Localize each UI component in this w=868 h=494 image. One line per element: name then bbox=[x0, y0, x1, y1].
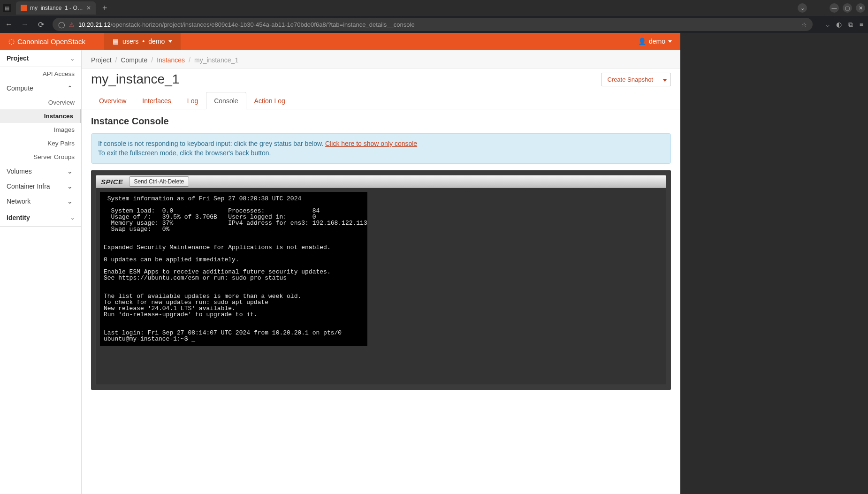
maximize-icon[interactable]: ▢ bbox=[843, 3, 852, 13]
url-path: /openstack-horizon/project/instances/e80… bbox=[111, 21, 415, 28]
brand[interactable]: ◌ Canonical OpenStack bbox=[8, 37, 85, 46]
sidebar-header-identity[interactable]: Identity⌄ bbox=[0, 209, 81, 227]
console-info-alert: If console is not responding to keyboard… bbox=[91, 133, 671, 164]
tab-overview[interactable]: Overview bbox=[91, 92, 134, 109]
sidebar-item-key-pairs[interactable]: Key Pairs bbox=[0, 137, 81, 150]
show-only-console-link[interactable]: Click here to show only console bbox=[325, 140, 417, 147]
os-titlebar: ▦ my_instance_1 - OpenSt… ✕ + ⌄ — ▢ ✕ bbox=[0, 0, 868, 16]
domain-icon: ▤ bbox=[113, 38, 119, 45]
page-title: my_instance_1 bbox=[91, 72, 179, 87]
create-snapshot-button[interactable]: Create Snapshot bbox=[601, 73, 659, 86]
caret-down-icon bbox=[668, 40, 672, 43]
chevron-down-icon: ⌄ bbox=[67, 198, 73, 205]
back-button[interactable]: ← bbox=[5, 20, 13, 29]
sidebar-group-network[interactable]: Network⌄ bbox=[0, 194, 81, 209]
browser-tab[interactable]: my_instance_1 - OpenSt… ✕ bbox=[16, 1, 96, 15]
spice-label: SPICE bbox=[101, 178, 123, 186]
chevron-down-icon: ⌄ bbox=[70, 215, 75, 221]
window-controls: ⌄ — ▢ ✕ bbox=[798, 3, 865, 13]
sidebar-item-api-access[interactable]: API Access bbox=[0, 67, 81, 81]
tab-favicon bbox=[21, 5, 27, 11]
breadcrumb: Project / Compute / Instances / my_insta… bbox=[82, 50, 680, 69]
sidebar-group-compute[interactable]: Compute⌃ bbox=[0, 81, 81, 96]
domain-label: users bbox=[122, 38, 138, 45]
chevron-up-icon: ⌃ bbox=[67, 84, 73, 92]
menu-icon[interactable]: ≡ bbox=[860, 21, 863, 29]
sidebar-item-images[interactable]: Images bbox=[0, 123, 81, 137]
close-window-icon[interactable]: ✕ bbox=[856, 3, 865, 13]
user-label: demo bbox=[649, 38, 665, 45]
content: Project / Compute / Instances / my_insta… bbox=[82, 50, 680, 494]
tab-interfaces[interactable]: Interfaces bbox=[134, 92, 179, 109]
project-label: demo bbox=[148, 38, 165, 45]
chevron-down-icon: ⌄ bbox=[67, 182, 73, 190]
chevron-up-icon: ⌃ bbox=[70, 55, 75, 61]
tab-title: my_instance_1 - OpenSt… bbox=[30, 5, 84, 11]
brand-text: Canonical OpenStack bbox=[17, 38, 85, 46]
tab-console[interactable]: Console bbox=[206, 92, 246, 109]
section-title: Instance Console bbox=[82, 109, 680, 130]
sidebar-item-overview[interactable]: Overview bbox=[0, 96, 81, 109]
new-tab-button[interactable]: + bbox=[102, 3, 107, 13]
tab-overview-icon[interactable]: ⌄ bbox=[798, 3, 807, 13]
spice-status-bar[interactable]: SPICE Send Ctrl-Alt-Delete bbox=[96, 175, 666, 188]
breadcrumb-instances-link[interactable]: Instances bbox=[157, 56, 185, 64]
sidebar-item-instances[interactable]: Instances bbox=[0, 109, 81, 123]
shield-icon[interactable]: ◯ bbox=[58, 21, 65, 28]
sidebar-item-server-groups[interactable]: Server Groups bbox=[0, 150, 81, 164]
bookmark-icon[interactable]: ☆ bbox=[801, 21, 807, 28]
url-bar[interactable]: ◯ ⚠ 10.20.21.12/openstack-horizon/projec… bbox=[53, 18, 813, 31]
app-icon: ▦ bbox=[3, 4, 11, 12]
send-ctrl-alt-delete-button[interactable]: Send Ctrl-Alt-Delete bbox=[129, 176, 190, 187]
account-icon[interactable]: ◐ bbox=[836, 21, 842, 29]
info-line1-prefix: If console is not responding to keyboard… bbox=[98, 140, 325, 147]
user-icon: 👤 bbox=[638, 38, 646, 45]
breadcrumb-current: my_instance_1 bbox=[194, 56, 238, 64]
pocket-icon[interactable]: ⌵ bbox=[826, 21, 830, 29]
console-frame[interactable]: System information as of Fri Sep 27 08:2… bbox=[96, 188, 666, 385]
breadcrumb-project: Project bbox=[91, 56, 112, 64]
tab-log[interactable]: Log bbox=[179, 92, 206, 109]
extensions-icon[interactable]: ⧉ bbox=[848, 21, 853, 29]
tabs: Overview Interfaces Log Console Action L… bbox=[82, 91, 680, 109]
tab-action-log[interactable]: Action Log bbox=[246, 92, 293, 109]
brand-icon: ◌ bbox=[8, 37, 15, 46]
tab-close-icon[interactable]: ✕ bbox=[86, 5, 91, 11]
caret-down-icon bbox=[168, 40, 172, 43]
reload-button[interactable]: ⟳ bbox=[37, 20, 45, 29]
sidebar-group-container-infra[interactable]: Container Infra⌄ bbox=[0, 179, 81, 194]
browser-toolbar: ← → ⟳ ◯ ⚠ 10.20.21.12/openstack-horizon/… bbox=[0, 16, 868, 33]
sidebar-header-project[interactable]: Project⌃ bbox=[0, 50, 81, 67]
actions-dropdown-button[interactable] bbox=[659, 73, 671, 86]
info-line2: To exit the fullscreen mode, click the b… bbox=[98, 149, 271, 157]
user-menu[interactable]: 👤 demo bbox=[638, 38, 672, 45]
console-wrap: SPICE Send Ctrl-Alt-Delete System inform… bbox=[91, 170, 671, 390]
url-host: 10.20.21.12 bbox=[78, 21, 111, 28]
not-secure-icon[interactable]: ⚠ bbox=[69, 21, 75, 28]
terminal[interactable]: System information as of Fri Sep 27 08:2… bbox=[100, 192, 367, 346]
caret-down-icon bbox=[663, 79, 667, 82]
project-switcher[interactable]: ▤ users • demo bbox=[104, 33, 181, 50]
minimize-icon[interactable]: — bbox=[830, 3, 839, 13]
forward-button[interactable]: → bbox=[21, 20, 29, 29]
breadcrumb-compute: Compute bbox=[121, 56, 147, 64]
chevron-down-icon: ⌄ bbox=[67, 167, 73, 175]
sidebar-group-volumes[interactable]: Volumes⌄ bbox=[0, 164, 81, 179]
horizon-topbar: ◌ Canonical OpenStack ▤ users • demo 👤 d… bbox=[0, 33, 680, 50]
sidebar: Project⌃ API Access Compute⌃ Overview In… bbox=[0, 50, 82, 494]
